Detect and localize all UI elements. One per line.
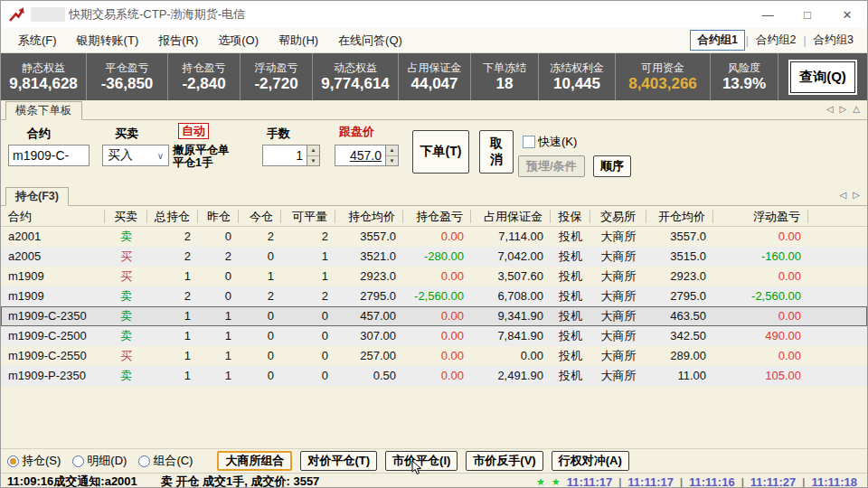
stats-bar: 静态权益9,814,628平仓盈亏-36,850持仓盈亏-2,840浮动盈亏-2… — [1, 53, 867, 100]
checkbox-icon[interactable] — [523, 136, 535, 148]
cell-exchange: 大商所 — [590, 286, 646, 306]
window-controls: — □ ✕ — [748, 1, 867, 28]
sequence-button[interactable]: 顺序 — [593, 155, 631, 177]
trade-notice-time: 11:09:16成交通知:a2001 — [7, 474, 137, 488]
menu-item-5[interactable]: 在线问答(Q) — [328, 33, 412, 49]
contract-group-tab-3[interactable]: 合约组3 — [807, 31, 860, 50]
column-header-avg_price[interactable]: 持仓均价 — [335, 210, 403, 223]
column-header-total[interactable]: 总持仓 — [147, 210, 198, 223]
tab-order-board[interactable]: 横条下单板 — [5, 101, 82, 120]
cancel-button[interactable]: 取消 — [479, 130, 514, 174]
action-button-4[interactable]: 行权对冲(A) — [552, 451, 629, 471]
position-row-2[interactable]: m1909买10112923.00.003,507.60投机大商所2923.00… — [1, 267, 867, 286]
cell-contract: m1909-C-2500 — [1, 326, 105, 346]
position-row-0[interactable]: a2001卖20223557.00.007,114.00投机大商所3557.00… — [1, 227, 867, 247]
tab-positions[interactable]: 持仓(F3) — [5, 187, 69, 206]
quantity-value[interactable]: 1 — [262, 145, 307, 166]
menu-item-3[interactable]: 选项(O) — [208, 33, 269, 49]
cell-exchange: 大商所 — [590, 306, 646, 326]
action-button-0[interactable]: 大商所组合 — [217, 451, 292, 471]
column-header-yesterday[interactable]: 昨仓 — [198, 210, 239, 223]
position-row-7[interactable]: m1909-P-2350卖11000.500.002,491.90投机大商所11… — [1, 366, 867, 386]
cell-flag: 投机 — [551, 267, 590, 286]
order-form: 合约 m1909-C- 买卖 买入 ∨ 自动 撤原平仓单 平仓1手 手数 1 ▲… — [1, 120, 867, 186]
position-row-1[interactable]: a2005买22013521.0-280.007,042.00投机大商所3515… — [1, 247, 867, 267]
scroll-left-icon[interactable]: ◁ — [826, 104, 834, 114]
menu-item-1[interactable]: 银期转账(T) — [67, 33, 149, 49]
spin-up-icon[interactable]: ▲ — [307, 145, 319, 156]
position-row-6[interactable]: m1909-C-2550买1100257.000.000.00投机大商所289.… — [1, 346, 867, 366]
stat-label: 风险度 — [728, 61, 760, 74]
cell-pos_pl: 0.00 — [403, 366, 471, 386]
query-button[interactable]: 查询(Q) — [790, 61, 855, 93]
side-select[interactable]: 买入 ∨ — [102, 145, 169, 166]
cell-float_pl: 105.00 — [713, 366, 808, 386]
preset-condition-button[interactable]: 预埋/条件 — [518, 155, 585, 177]
price-value[interactable]: 457.0 — [335, 145, 385, 166]
view-radio-0[interactable]: 持仓(S) — [7, 453, 61, 469]
menu-bar: 系统(F)银期转账(T)报告(R)选项(O)帮助(H)在线问答(Q) 合约组1|… — [1, 28, 867, 53]
contract-group-tab-2[interactable]: 合约组2 — [750, 31, 802, 50]
menu-item-4[interactable]: 帮助(H) — [269, 33, 328, 49]
column-header-open_avg[interactable]: 开仓均价 — [646, 210, 713, 223]
stat-cell-7: 冻结权利金10,445 — [539, 53, 616, 100]
column-header-margin[interactable]: 占用保证金 — [471, 210, 551, 223]
menu-item-0[interactable]: 系统(F) — [8, 33, 67, 49]
contract-group-tab-1[interactable]: 合约组1 — [690, 30, 744, 51]
stat-cell-4: 动态权益9,774,614 — [313, 53, 399, 100]
quantity-stepper[interactable]: 1 ▲ ▼ — [262, 145, 320, 166]
action-button-3[interactable]: 市价反手(V) — [466, 451, 542, 471]
cell-today: 0 — [239, 366, 281, 386]
scroll-right-icon[interactable]: ▷ — [853, 190, 860, 200]
cell-avg_price: 3557.0 — [335, 227, 403, 247]
price-stepper[interactable]: 457.0 ▲ ▼ — [335, 145, 399, 166]
cell-contract: m1909 — [1, 267, 105, 286]
close-icon[interactable]: ✕ — [827, 1, 867, 28]
chevron-down-icon: ∨ — [157, 151, 164, 161]
column-header-pos_pl[interactable]: 持仓盈亏 — [403, 210, 471, 223]
place-order-button[interactable]: 下单(T) — [412, 130, 469, 174]
spin-down-icon[interactable]: ▼ — [307, 156, 319, 166]
time-separator: | — [618, 476, 621, 487]
cell-avg_price: 2923.0 — [335, 267, 403, 286]
scroll-right-icon[interactable]: ▷ — [840, 104, 847, 114]
cell-avg_price: 307.00 — [335, 326, 403, 346]
column-header-flag[interactable]: 投保 — [551, 210, 590, 223]
cell-margin: 0.00 — [471, 346, 551, 366]
column-header-closable[interactable]: 可平量 — [281, 210, 335, 223]
menu-item-2[interactable]: 报告(R) — [148, 33, 208, 49]
cell-pos_pl: 0.00 — [403, 306, 471, 326]
position-row-5[interactable]: m1909-C-2500卖1100307.000.007,841.90投机大商所… — [1, 326, 867, 346]
column-header-today[interactable]: 今仓 — [239, 210, 281, 223]
spin-up-icon[interactable]: ▲ — [386, 145, 398, 156]
view-radio-2[interactable]: 组合(C) — [138, 453, 193, 469]
cell-today: 0 — [239, 326, 281, 346]
view-radio-1[interactable]: 明细(D) — [72, 453, 127, 469]
connection-status: ★★11:11:17|11:11:17|11:11:16|11:11:27|11… — [536, 475, 861, 488]
bottom-toolbar: 持仓(S)明细(D)组合(C) 大商所组合对价平仓(T)市价平仓(I)市价反手(… — [1, 448, 867, 473]
cell-today: 0 — [239, 346, 281, 366]
column-header-side[interactable]: 买卖 — [105, 210, 147, 223]
column-header-contract[interactable]: 合约 — [1, 210, 105, 223]
positions-tabs: 持仓(F3) ◁ ▷ — [1, 186, 867, 206]
position-row-4[interactable]: m1909-C-2350卖1100457.000.009,341.90投机大商所… — [1, 306, 867, 326]
position-row-3[interactable]: m1909卖20222795.0-2,560.006,708.00投机大商所27… — [1, 286, 867, 306]
spin-down-icon[interactable]: ▼ — [386, 156, 398, 166]
action-button-1[interactable]: 对价平仓(T) — [300, 451, 377, 471]
maximize-icon[interactable]: □ — [788, 1, 827, 28]
cell-open_avg: 3515.0 — [646, 247, 713, 267]
cell-margin: 6,708.00 — [471, 286, 551, 306]
order-panel: 横条下单板 ◁ ▷ △ 合约 m1909-C- 买卖 买入 ∨ 自动 撤原平仓单… — [1, 100, 867, 186]
collapse-panel-icon[interactable]: △ — [853, 104, 860, 114]
column-header-exchange[interactable]: 交易所 — [590, 210, 646, 223]
column-header-float_pl[interactable]: 浮动盈亏 — [713, 210, 808, 223]
cell-float_pl: -2,560.00 — [713, 286, 808, 306]
cell-open_avg: 463.50 — [646, 306, 713, 326]
minimize-icon[interactable]: — — [748, 1, 788, 28]
scroll-left-icon[interactable]: ◁ — [840, 190, 847, 200]
stat-cell-9: 风险度13.9% — [711, 53, 778, 100]
contract-input[interactable]: m1909-C- — [8, 145, 90, 166]
quick-checkbox[interactable]: 快速(K) — [523, 134, 577, 150]
cell-today: 1 — [239, 267, 281, 286]
cell-today: 0 — [239, 247, 281, 267]
